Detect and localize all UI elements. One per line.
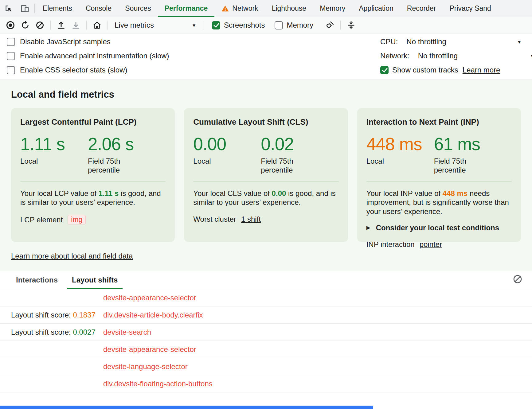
element-link[interactable]: devsite-appearance-selector bbox=[103, 345, 196, 354]
cls-local-value: 0.00 bbox=[193, 135, 251, 153]
tab-label: Console bbox=[86, 4, 111, 13]
record-button[interactable] bbox=[3, 18, 18, 32]
disable-js-samples-checkbox-box[interactable] bbox=[7, 38, 15, 46]
toolbar-settings-toggle-button[interactable] bbox=[344, 18, 358, 32]
screenshots-label: Screenshots bbox=[224, 21, 265, 29]
lcp-inline-value: 1.11 s bbox=[99, 189, 119, 197]
download-profile-icon bbox=[71, 21, 80, 30]
collect-garbage-button[interactable] bbox=[323, 18, 337, 32]
layout-shift-score: Layout shift score: 0.0027 bbox=[11, 328, 103, 337]
advanced-paint-checkbox-box[interactable] bbox=[7, 52, 15, 60]
toolbar-settings-toggle-icon bbox=[346, 21, 356, 30]
element-link[interactable]: div.devsite-article-body.clearfix bbox=[103, 311, 203, 319]
tab-label: Lighthouse bbox=[272, 4, 307, 13]
separator bbox=[340, 21, 341, 30]
chevron-down-icon: ▼ bbox=[530, 54, 532, 58]
layout-shift-row: devsite-appearance-selector bbox=[0, 289, 532, 306]
lcp-card: Largest Contentful Paint (LCP) 1.11 s Lo… bbox=[11, 108, 175, 242]
settings-right-column: CPU: No throttling ▼ Network: No throttl… bbox=[380, 35, 522, 77]
clear-button[interactable] bbox=[33, 18, 47, 32]
load-profile-button[interactable] bbox=[54, 18, 68, 32]
local-field-learn-more-link[interactable]: Learn more about local and field data bbox=[11, 252, 133, 260]
clear-log-button[interactable] bbox=[512, 274, 523, 286]
card-divider bbox=[193, 181, 338, 182]
inp-local-conditions-expando[interactable]: ▶ Consider your local test conditions bbox=[366, 224, 512, 232]
screenshots-checkbox[interactable]: Screenshots bbox=[212, 21, 265, 29]
separator bbox=[86, 21, 87, 30]
tab-console[interactable]: Console bbox=[79, 0, 118, 17]
local-field-metrics-section: Local and field metrics Largest Contentf… bbox=[0, 80, 532, 271]
cpu-throttling-row: CPU: No throttling ▼ bbox=[380, 35, 522, 49]
tab-privacy-sandbox[interactable]: Privacy Sand bbox=[443, 0, 498, 17]
inspect-cursor-icon bbox=[4, 4, 13, 13]
tab-memory[interactable]: Memory bbox=[313, 0, 352, 17]
network-label: Network: bbox=[380, 52, 409, 60]
network-throttling-select[interactable]: No throttling ▼ bbox=[418, 52, 532, 60]
cls-description: Your local CLS value of 0.00 is good, an… bbox=[193, 189, 338, 207]
record-and-reload-button[interactable] bbox=[18, 18, 33, 32]
local-label: Local bbox=[20, 157, 69, 166]
tab-sources[interactable]: Sources bbox=[118, 0, 158, 17]
screenshots-checkbox-box[interactable] bbox=[212, 21, 220, 29]
cls-inline-value: 0.00 bbox=[272, 189, 286, 197]
layout-shift-row: Layout shift score: 0.1837 div.devsite-a… bbox=[0, 306, 532, 324]
devtools-tabbar: Elements Console Sources Performance Net… bbox=[0, 0, 532, 17]
inp-interaction-link[interactable]: pointer bbox=[420, 240, 442, 249]
device-toolbar-icon bbox=[20, 4, 29, 13]
expando-label: Consider your local test conditions bbox=[376, 224, 499, 232]
custom-tracks-learn-more-link[interactable]: Learn more bbox=[463, 66, 500, 74]
home-button[interactable] bbox=[90, 18, 104, 32]
cpu-throttling-select[interactable]: No throttling ▼ bbox=[406, 37, 522, 46]
network-throttling-value: No throttling bbox=[418, 52, 458, 60]
lcp-values: 1.11 s Local 2.06 s Field 75th percentil… bbox=[20, 135, 166, 175]
inp-local-value: 448 ms bbox=[366, 135, 424, 153]
advanced-paint-label: Enable advanced paint instrumentation (s… bbox=[20, 52, 169, 60]
memory-checkbox-box[interactable] bbox=[275, 21, 283, 29]
inp-interaction-label: INP interaction bbox=[366, 240, 415, 249]
lcp-element-label: LCP element bbox=[20, 216, 63, 224]
bottom-blue-bar bbox=[0, 406, 373, 409]
tab-application[interactable]: Application bbox=[352, 0, 400, 17]
tab-recorder[interactable]: Recorder bbox=[400, 0, 443, 17]
tab-label: Sources bbox=[125, 4, 151, 13]
element-link[interactable]: devsite-search bbox=[103, 328, 151, 337]
show-custom-tracks-checkbox-box[interactable] bbox=[380, 66, 389, 74]
save-profile-button[interactable] bbox=[68, 18, 83, 32]
score-label: Layout shift score: bbox=[11, 311, 73, 319]
clear-icon bbox=[35, 21, 45, 30]
worst-cluster-link[interactable]: 1 shift bbox=[241, 215, 261, 224]
desc-text: Your local CLS value of bbox=[193, 189, 272, 197]
element-link[interactable]: devsite-appearance-selector bbox=[103, 294, 196, 302]
custom-tracks-row: Show custom tracks Learn more bbox=[380, 63, 522, 77]
tab-lighthouse[interactable]: Lighthouse bbox=[265, 0, 313, 17]
show-custom-tracks-checkbox[interactable]: Show custom tracks bbox=[380, 66, 458, 74]
toggle-device-toolbar-button[interactable] bbox=[17, 0, 33, 17]
live-metrics-select[interactable]: Live metrics ▼ bbox=[111, 21, 201, 29]
inspect-element-button[interactable] bbox=[0, 0, 17, 17]
score-value: 0.1837 bbox=[73, 311, 95, 319]
element-link[interactable]: devsite-language-selector bbox=[103, 362, 188, 371]
tab-label: Performance bbox=[165, 4, 208, 13]
separator bbox=[34, 4, 35, 13]
element-link[interactable]: div.devsite-floating-action-buttons bbox=[103, 380, 213, 388]
lcp-element-link[interactable]: img bbox=[68, 215, 86, 224]
tab-elements[interactable]: Elements bbox=[36, 0, 79, 17]
field-label: Field 75th percentile bbox=[261, 157, 310, 175]
tab-performance[interactable]: Performance bbox=[158, 0, 215, 17]
separator bbox=[50, 21, 51, 30]
inp-card: Interaction to Next Paint (INP) 448 ms L… bbox=[357, 108, 521, 242]
tab-label: Interactions bbox=[16, 276, 58, 284]
tab-layout-shifts[interactable]: Layout shifts bbox=[67, 271, 123, 289]
reload-icon bbox=[21, 21, 30, 30]
css-selector-stats-checkbox-box[interactable] bbox=[7, 66, 15, 74]
layout-shift-row: devsite-appearance-selector bbox=[0, 341, 532, 358]
metric-cards: Largest Contentful Paint (LCP) 1.11 s Lo… bbox=[11, 108, 521, 242]
desc-text: Your local LCP value of bbox=[20, 189, 99, 197]
tab-interactions[interactable]: Interactions bbox=[11, 271, 63, 289]
layout-shift-row: Layout shift score: 0.0027 devsite-searc… bbox=[0, 324, 532, 341]
field-label: Field 75th percentile bbox=[434, 157, 483, 175]
inp-values: 448 ms Local 61 ms Field 75th percentile bbox=[366, 135, 512, 175]
tab-network[interactable]: Network bbox=[214, 0, 265, 17]
chevron-down-icon: ▼ bbox=[192, 23, 196, 28]
memory-checkbox[interactable]: Memory bbox=[275, 21, 313, 29]
